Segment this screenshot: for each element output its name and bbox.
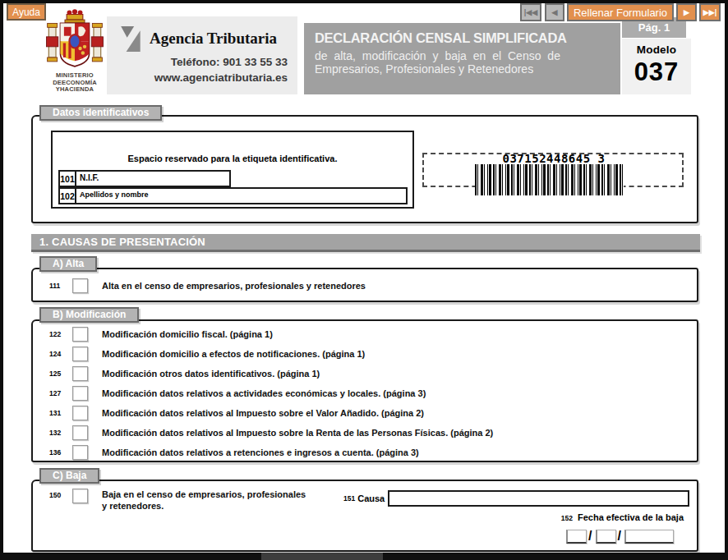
- row-label-131: Modificación datos relativos al Impuesto…: [102, 408, 424, 418]
- row-150: 150 Baja en el censo de empresarios, pro…: [49, 489, 306, 505]
- tab-datos-identificativos: Datos identificativos: [39, 105, 162, 121]
- checkbox-122-domicilio-fiscal[interactable]: [72, 327, 88, 342]
- checkbox-127-actividades[interactable]: [72, 386, 88, 401]
- fecha-baja-year-input[interactable]: [624, 530, 674, 544]
- checkbox-111-alta[interactable]: [72, 278, 88, 293]
- model-label: Modelo: [622, 44, 691, 56]
- last-page-button[interactable]: ▶▶|: [699, 3, 721, 21]
- agency-name: Agencia Tributaria: [150, 30, 277, 48]
- row-code-111: 111: [49, 282, 72, 290]
- row-label-150-line1: Baja en el censo de empresarios, profesi…: [102, 489, 306, 499]
- fecha-baja-label-group: 152 Fecha efectiva de la baja: [561, 512, 684, 522]
- row-131: 131 Modificación datos relativos al Impu…: [49, 405, 424, 421]
- row-label-122: Modificación domicilio fiscal. (página 1…: [102, 329, 273, 339]
- date-separator: /: [588, 529, 592, 544]
- row-code-125: 125: [49, 370, 72, 378]
- row-code-131: 131: [49, 409, 72, 417]
- next-page-icon: ▶: [684, 8, 689, 16]
- agencia-tributaria-logo-icon: [118, 25, 145, 54]
- alta-box: 111 Alta en el censo de empresarios, pro…: [31, 268, 698, 302]
- modificacion-box: 122 Modificación domicilio fiscal. (pági…: [31, 319, 698, 462]
- row-code-132: 132: [49, 429, 72, 437]
- baja-box: 150 Baja en el censo de empresarios, pro…: [31, 480, 698, 552]
- barcode-zone: 037152448645 3: [422, 153, 684, 187]
- agency-phone: Teléfono: 901 33 55 33: [154, 54, 288, 70]
- fecha-baja-inputs: / /: [566, 529, 674, 544]
- agency-header-box: Agencia Tributaria Teléfono: 901 33 55 3…: [107, 16, 297, 94]
- barcode-icon: [475, 164, 624, 195]
- row-code-124: 124: [49, 350, 72, 358]
- model-box: Modelo 037: [622, 39, 691, 94]
- causa-field-group: 151 Causa: [343, 490, 689, 507]
- nif-field-label: N.I.F.: [80, 173, 99, 182]
- barcode-number: 037152448645 3: [463, 152, 644, 165]
- nombre-field-code: 102: [58, 187, 76, 204]
- row-122: 122 Modificación domicilio fiscal. (pági…: [49, 326, 273, 342]
- etiqueta-box: Espacio reservado para la etiqueta ident…: [51, 131, 414, 209]
- form-037-page: Ayuda |◀◀ ◀ Rellenar Formulario ▶ ▶▶|: [0, 0, 728, 560]
- checkbox-136-retenciones[interactable]: [72, 445, 88, 460]
- form-title: DECLARACIÓN CENSAL SIMPLIFICADA: [315, 30, 620, 46]
- last-page-icon: ▶▶|: [703, 8, 716, 16]
- row-label-125: Modificación otros datos identificativos…: [102, 369, 320, 379]
- row-code-136: 136: [49, 448, 72, 457]
- row-label-136: Modificación datos relativos a retencion…: [102, 448, 419, 457]
- row-label-127: Modificación datos relativos a actividad…: [102, 388, 426, 398]
- etiqueta-caption: Espacio reservado para la etiqueta ident…: [53, 154, 412, 163]
- section-causas-header: 1. CAUSAS DE PRESENTACIÓN: [31, 234, 700, 252]
- row-code-122: 122: [49, 330, 72, 338]
- spain-coat-of-arms: MINISTERIO DEECONOMÍA YHACIENDA: [43, 8, 107, 94]
- apellidos-nombre-field-label: Apellidos y nombre: [80, 190, 149, 199]
- row-136: 136 Modificación datos relativos a reten…: [49, 444, 419, 461]
- model-number: 037: [622, 57, 691, 87]
- fecha-label: Fecha efectiva de la baja: [578, 512, 684, 522]
- causa-code: 151: [343, 494, 355, 503]
- help-button[interactable]: Ayuda: [7, 3, 46, 21]
- checkbox-150-baja[interactable]: [72, 489, 88, 503]
- nif-field[interactable]: N.I.F.: [76, 170, 231, 187]
- form-subtitle-line1: de alta, modificación y baja en el Censo…: [315, 49, 620, 62]
- form-subtitle-line2: Empresarios, Profesionales y Retenedores: [315, 62, 620, 76]
- prev-page-icon: ◀: [552, 8, 558, 16]
- first-page-button[interactable]: |◀◀: [520, 3, 541, 21]
- fecha-code: 152: [561, 514, 573, 522]
- first-page-icon: |◀◀: [524, 8, 537, 16]
- nif-field-code: 101: [58, 170, 76, 187]
- row-label-124: Modificación domicilio a efectos de noti…: [102, 349, 365, 359]
- row-125: 125 Modificación otros datos identificat…: [49, 365, 320, 382]
- datos-identificativos-box: Espacio reservado para la etiqueta ident…: [31, 115, 698, 223]
- row-code-150: 150: [49, 489, 72, 499]
- apellidos-nombre-field[interactable]: Apellidos y nombre: [76, 187, 408, 204]
- checkbox-131-iva[interactable]: [72, 406, 88, 420]
- next-page-button[interactable]: ▶: [676, 3, 697, 21]
- tab-modificacion: B) Modificación: [39, 307, 139, 323]
- page-edge-segment: [261, 553, 383, 560]
- row-code-127: 127: [49, 389, 72, 397]
- fill-form-button[interactable]: Rellenar Formulario: [567, 3, 674, 21]
- coat-of-arms-icon: [46, 8, 104, 69]
- date-separator: /: [618, 529, 621, 544]
- checkbox-132-irpf[interactable]: [72, 425, 88, 440]
- form-title-box: DECLARACIÓN CENSAL SIMPLIFICADA de alta,…: [304, 23, 620, 94]
- row-label-150-line2: y retenedores.: [102, 501, 164, 511]
- row-111: 111 Alta en el censo de empresarios, pro…: [49, 278, 366, 294]
- tab-baja: C) Baja: [39, 468, 99, 484]
- prev-page-button[interactable]: ◀: [545, 3, 564, 21]
- row-132: 132 Modificación datos relativos al Impu…: [49, 425, 493, 441]
- page-bottom-edge: [0, 553, 728, 560]
- agency-website[interactable]: www.agenciatributaria.es: [154, 70, 288, 85]
- causa-input[interactable]: [388, 490, 689, 507]
- ministry-line-3: YHACIENDA: [43, 86, 107, 94]
- fecha-baja-month-input[interactable]: [596, 530, 616, 544]
- tab-alta: A) Alta: [39, 256, 97, 272]
- row-124: 124 Modificación domicilio a efectos de …: [49, 346, 365, 362]
- fecha-baja-day-input[interactable]: [566, 530, 587, 544]
- row-label-132: Modificación datos relativos al Impuesto…: [102, 428, 493, 438]
- checkbox-125-otros-datos[interactable]: [72, 366, 88, 381]
- row-127: 127 Modificación datos relativos a activ…: [49, 385, 426, 402]
- causa-label: Causa: [357, 493, 385, 503]
- row-label-111: Alta en el censo de empresarios, profesi…: [102, 281, 366, 291]
- checkbox-124-domicilio-notificaciones[interactable]: [72, 347, 88, 361]
